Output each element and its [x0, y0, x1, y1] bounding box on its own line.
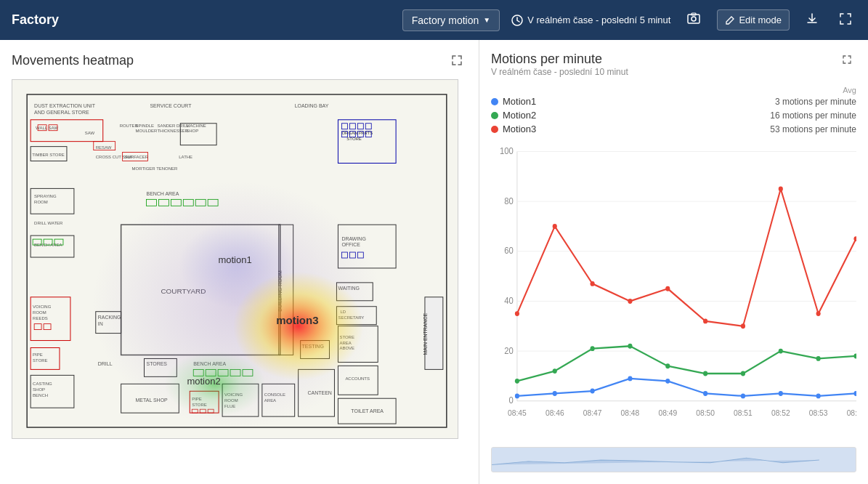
svg-text:AREA: AREA — [264, 398, 276, 403]
edit-mode-label: Edit mode — [739, 15, 782, 25]
motion3-value: 53 motions per minute — [770, 124, 856, 134]
legend-row-motion3: Motion3 53 motions per minute — [491, 124, 856, 134]
svg-point-173 — [816, 311, 821, 316]
legend: Motion1 3 motions per minute Motion2 16 … — [491, 96, 856, 137]
svg-text:TOILET AREA: TOILET AREA — [351, 408, 384, 414]
chart-subtitle: V reálném čase - poslední 10 minut — [491, 67, 628, 77]
expand-icon — [451, 55, 463, 66]
svg-point-152 — [779, 391, 783, 396]
svg-text:WAITING: WAITING — [338, 286, 360, 291]
svg-text:60: 60 — [504, 246, 514, 257]
right-panel: Motions per minute V reálném čase - posl… — [479, 40, 868, 484]
svg-text:AND GENERAL STORE: AND GENERAL STORE — [34, 110, 89, 115]
svg-text:40: 40 — [504, 295, 514, 306]
svg-point-161 — [741, 371, 745, 376]
svg-point-172 — [779, 187, 783, 192]
svg-text:DRILL WATER: DRILL WATER — [34, 221, 63, 225]
svg-point-159 — [665, 363, 670, 368]
chart-minimap[interactable] — [491, 447, 856, 472]
download-button[interactable] — [801, 9, 823, 31]
chevron-down-icon: ▼ — [483, 16, 490, 24]
svg-point-147 — [591, 389, 595, 394]
heatmap-title: Movements heatmap — [12, 53, 134, 68]
svg-text:REEDS: REEDS — [33, 316, 48, 320]
motion1-value: 3 motions per minute — [775, 97, 856, 107]
svg-text:08:47: 08:47 — [583, 408, 602, 418]
svg-point-148 — [628, 376, 632, 381]
svg-text:MAIN ENTRANCE: MAIN ENTRANCE — [423, 312, 428, 355]
svg-text:METAL SHOP: METAL SHOP — [136, 398, 168, 403]
fullscreen-button[interactable] — [835, 9, 856, 31]
svg-text:WALL SAW: WALL SAW — [36, 126, 58, 130]
svg-text:ROOM: ROOM — [34, 200, 48, 204]
minimap-handle[interactable] — [492, 448, 856, 472]
motions-chart: 0 20 40 60 80 100 — [491, 143, 856, 443]
svg-text:80: 80 — [504, 195, 514, 206]
motion2-name: Motion2 — [503, 110, 536, 121]
svg-point-153 — [816, 393, 821, 398]
svg-text:0: 0 — [509, 395, 514, 406]
svg-text:CONSOLE: CONSOLE — [264, 392, 285, 397]
chart-title: Motions per minute — [491, 52, 628, 67]
svg-point-162 — [779, 349, 783, 354]
svg-text:08:54: 08:54 — [847, 408, 856, 418]
screenshot-button[interactable] — [682, 9, 705, 32]
svg-point-165 — [515, 311, 519, 316]
svg-point-151 — [741, 393, 745, 398]
svg-point-171 — [741, 323, 745, 328]
svg-text:MORTIGER  TENONER: MORTIGER TENONER — [132, 166, 178, 171]
svg-text:LD: LD — [340, 310, 346, 314]
time-range-display: V reálném čase - poslední 5 minut — [511, 15, 670, 26]
svg-text:08:53: 08:53 — [809, 408, 828, 418]
svg-text:BENCH AREA: BENCH AREA — [193, 361, 226, 366]
svg-text:SHOP: SHOP — [186, 129, 198, 133]
chart-expand-button[interactable] — [837, 52, 856, 70]
svg-text:LATHE: LATHE — [179, 155, 192, 159]
svg-point-145 — [515, 393, 519, 398]
svg-text:ROOM: ROOM — [224, 398, 238, 403]
motion3-line — [517, 189, 856, 326]
motion1-line — [517, 379, 856, 396]
svg-point-167 — [591, 281, 595, 286]
svg-text:DUST EXTRACTION UNIT: DUST EXTRACTION UNIT — [34, 103, 96, 108]
svg-point-169 — [665, 286, 670, 291]
svg-text:STORE: STORE — [339, 335, 354, 339]
motion2-dot — [491, 112, 498, 119]
svg-point-155 — [515, 379, 519, 384]
svg-text:STORES: STORES — [146, 361, 167, 366]
svg-point-3 — [691, 17, 696, 21]
svg-point-160 — [703, 371, 707, 376]
pencil-icon — [725, 15, 735, 25]
svg-text:MACHINE: MACHINE — [186, 124, 206, 128]
header: Factory Factory motion ▼ V reálném čase … — [0, 0, 868, 40]
svg-text:COURTYARD: COURTYARD — [161, 287, 206, 295]
svg-point-166 — [553, 224, 557, 229]
svg-text:08:46: 08:46 — [545, 408, 564, 418]
heatmap-container: DUST EXTRACTION UNIT AND GENERAL STORE S… — [12, 79, 458, 439]
svg-text:RACKING: RACKING — [98, 315, 121, 320]
svg-text:CANTEEN: CANTEEN — [308, 390, 332, 395]
svg-text:OFFICE: OFFICE — [341, 242, 360, 247]
svg-point-150 — [703, 391, 707, 396]
svg-rect-1 — [688, 15, 699, 23]
svg-text:DRAWING: DRAWING — [341, 236, 365, 241]
svg-text:20: 20 — [504, 345, 514, 356]
svg-text:STORE: STORE — [192, 403, 206, 407]
svg-text:MOULDER: MOULDER — [136, 129, 158, 133]
motion1-name: Motion1 — [503, 96, 536, 107]
edit-mode-button[interactable]: Edit mode — [717, 9, 790, 31]
left-panel: Movements heatmap DUST EXTRACTION UNIT A… — [0, 40, 479, 484]
svg-text:AREA: AREA — [339, 341, 351, 345]
heatmap-expand-button[interactable] — [447, 52, 467, 72]
main-content: Movements heatmap DUST EXTRACTION UNIT A… — [0, 40, 868, 484]
fullscreen-icon — [839, 12, 852, 25]
svg-text:SHOP: SHOP — [33, 387, 45, 392]
svg-text:SECRETARY: SECRETARY — [338, 315, 364, 320]
factory-motion-dropdown[interactable]: Factory motion ▼ — [402, 9, 500, 31]
time-label: V reálném čase - poslední 5 minut — [527, 15, 670, 25]
floor-plan-svg: DUST EXTRACTION UNIT AND GENERAL STORE S… — [12, 80, 458, 438]
svg-point-164 — [853, 354, 856, 359]
svg-point-174 — [853, 236, 856, 241]
svg-text:LOADING BAY: LOADING BAY — [295, 103, 329, 108]
svg-text:DRILL: DRILL — [98, 361, 113, 366]
